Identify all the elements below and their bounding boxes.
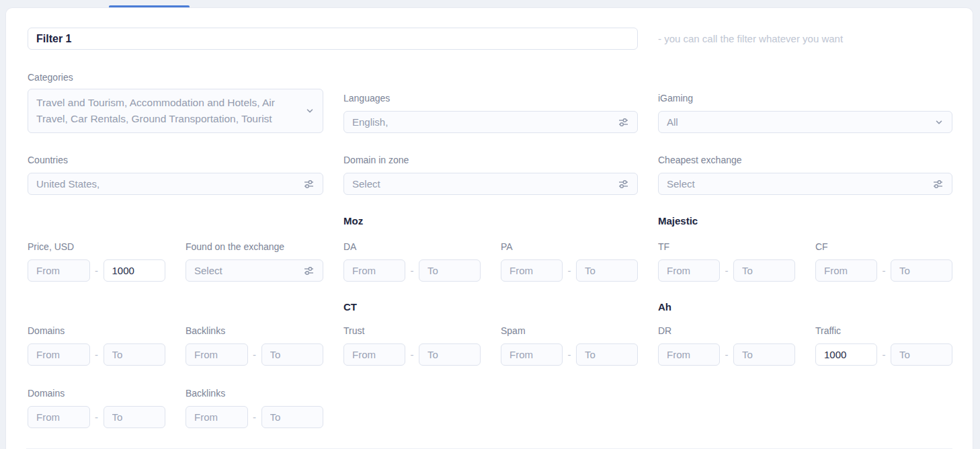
field-domains-2: Domains -	[28, 388, 165, 428]
field-traffic: Traffic -	[815, 325, 952, 366]
sliders-icon	[932, 179, 944, 190]
dr-from-input[interactable]	[658, 343, 720, 366]
tf-from-input[interactable]	[658, 259, 720, 282]
domains-1-to-input[interactable]	[104, 343, 166, 366]
backlinks-2-to-input[interactable]	[261, 406, 324, 428]
spam-to-input[interactable]	[576, 343, 638, 366]
field-categories: Categories Travel and Tourism, Accommoda…	[28, 72, 323, 133]
filter-name-hint: - you can call the filter whatever you w…	[658, 33, 843, 44]
range-dash: -	[248, 349, 261, 360]
pa-from-input[interactable]	[501, 259, 563, 282]
countries-label: Countries	[28, 155, 323, 165]
domains-2-from-input[interactable]	[28, 406, 90, 428]
languages-select[interactable]: English,	[343, 111, 638, 133]
cheapest-exchange-label: Cheapest exchange	[658, 155, 952, 165]
range-dash: -	[563, 265, 576, 276]
sliders-icon	[303, 179, 315, 190]
languages-label: Languages	[343, 93, 638, 104]
languages-value: English,	[352, 116, 388, 128]
filter-form-card: - you can call the filter whatever you w…	[5, 7, 973, 449]
da-to-input[interactable]	[419, 259, 481, 282]
range-dash: -	[90, 411, 104, 423]
range-dash: -	[877, 349, 891, 360]
pa-to-input[interactable]	[576, 259, 638, 282]
backlinks-1-label: Backlinks	[186, 325, 323, 336]
found-on-exchange-select[interactable]: Select	[186, 259, 323, 282]
igaming-value: All	[667, 116, 678, 128]
sliders-icon	[618, 179, 629, 190]
backlinks-2-label: Backlinks	[186, 388, 323, 399]
cf-to-input[interactable]	[891, 259, 952, 282]
cf-from-input[interactable]	[815, 259, 877, 282]
backlinks-1-from-input[interactable]	[186, 343, 248, 366]
spacer	[28, 215, 323, 227]
range-dash: -	[563, 349, 576, 360]
domains-1-label: Domains	[28, 325, 165, 336]
section-header-ah: Ah	[658, 301, 952, 313]
range-dash: -	[90, 265, 104, 276]
dr-to-input[interactable]	[733, 343, 795, 366]
traffic-label: Traffic	[815, 325, 952, 336]
spacer	[658, 388, 952, 428]
categories-select[interactable]: Travel and Tourism, Accommodation and Ho…	[28, 89, 323, 133]
field-trust: Trust -	[343, 325, 481, 366]
price-label: Price, USD	[28, 241, 165, 252]
countries-value: United States,	[36, 178, 99, 190]
backlinks-2-from-input[interactable]	[186, 406, 248, 428]
price-to-input[interactable]	[104, 259, 166, 282]
dr-label: DR	[658, 325, 795, 336]
range-dash: -	[720, 349, 733, 360]
field-languages: Languages English,	[343, 93, 638, 133]
field-price: Price, USD -	[28, 241, 165, 282]
trust-label: Trust	[343, 325, 481, 336]
range-dash: -	[248, 411, 261, 423]
chevron-down-icon	[305, 106, 315, 116]
section-header-ct: CT	[343, 301, 638, 313]
sliders-icon	[618, 117, 629, 128]
pa-label: PA	[501, 241, 638, 252]
field-cheapest-exchange: Cheapest exchange Select	[658, 155, 952, 195]
field-countries: Countries United States,	[28, 155, 323, 195]
da-from-input[interactable]	[343, 259, 405, 282]
sliders-icon	[303, 266, 315, 276]
field-dr: DR -	[658, 325, 795, 366]
cheapest-exchange-select[interactable]: Select	[658, 173, 952, 195]
domain-in-zone-placeholder: Select	[352, 178, 380, 190]
range-dash: -	[90, 349, 104, 360]
traffic-to-input[interactable]	[891, 343, 952, 366]
field-da: DA -	[343, 241, 481, 282]
chevron-down-icon	[934, 118, 944, 127]
domain-in-zone-select[interactable]: Select	[343, 173, 638, 195]
spacer	[28, 301, 323, 313]
traffic-from-input[interactable]	[815, 343, 877, 366]
field-found-on-exchange: Found on the exchange Select	[186, 241, 323, 282]
filter-name-row: - you can call the filter whatever you w…	[28, 28, 952, 50]
categories-label: Categories	[28, 72, 323, 83]
filter-name-input[interactable]	[28, 28, 638, 50]
spacer	[343, 388, 638, 428]
price-from-input[interactable]	[28, 259, 90, 282]
field-cf: CF -	[815, 241, 952, 282]
range-dash: -	[877, 265, 891, 276]
domains-2-to-input[interactable]	[104, 406, 166, 428]
tf-to-input[interactable]	[733, 259, 795, 282]
trust-from-input[interactable]	[343, 343, 405, 366]
cheapest-exchange-placeholder: Select	[667, 178, 695, 190]
field-igaming: iGaming All	[658, 93, 952, 133]
domains-2-label: Domains	[28, 388, 165, 399]
domain-in-zone-label: Domain in zone	[343, 155, 638, 165]
domains-1-from-input[interactable]	[28, 343, 90, 366]
field-spam: Spam -	[501, 325, 638, 366]
countries-select[interactable]: United States,	[28, 173, 323, 195]
igaming-select[interactable]: All	[658, 111, 952, 133]
trust-to-input[interactable]	[419, 343, 481, 366]
field-pa: PA -	[501, 241, 638, 282]
range-dash: -	[720, 265, 733, 276]
field-domains-1: Domains -	[28, 325, 165, 366]
backlinks-1-to-input[interactable]	[261, 343, 324, 366]
field-backlinks-1: Backlinks -	[186, 325, 323, 366]
field-domain-in-zone: Domain in zone Select	[343, 155, 638, 195]
spam-from-input[interactable]	[501, 343, 563, 366]
active-tab-indicator[interactable]	[109, 5, 190, 7]
section-header-majestic: Majestic	[658, 215, 952, 227]
